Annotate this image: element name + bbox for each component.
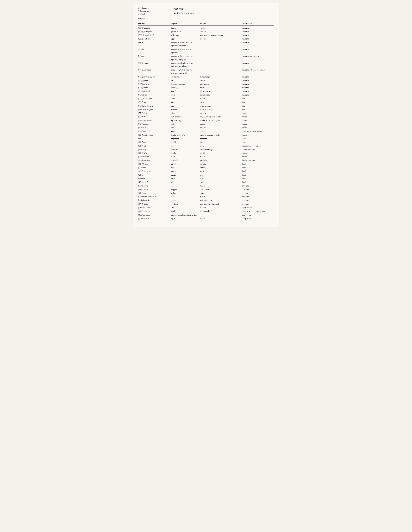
- header-title: Kicheche: [174, 7, 194, 11]
- table-row: (81) tupafoampovuhouse ea wanenaki narji…: [138, 129, 274, 133]
- cell-swahili: chupa: [200, 122, 242, 125]
- col-english: English: [170, 22, 200, 25]
- cell-english: leg, foot: [170, 217, 200, 220]
- header-hadzal-label: Hadzal: [138, 17, 170, 20]
- cell-semantic: mammal: [242, 86, 268, 89]
- cell-semantic: creature: [242, 191, 268, 195]
- cell-swahili: punda milia: [200, 93, 242, 96]
- cell-swahili: chatu: [200, 191, 242, 195]
- cell-semantic: house ea wanenaki narjine: [242, 130, 268, 133]
- cell-semantic: mammal: [242, 75, 268, 78]
- cell-swahili: mtoto: [200, 97, 242, 100]
- cell-hadzal: (85) mako: [138, 148, 170, 151]
- cell-swahili: twiga: [200, 26, 242, 29]
- cell-english: meat: [170, 177, 200, 180]
- cell-semantic: kin: [242, 104, 268, 107]
- cell-english: rat: [170, 79, 200, 82]
- cell-hadzal: (98) ukh wako: [138, 206, 170, 209]
- cell-swahili: baba: [200, 101, 242, 104]
- cell-semantic: body lower: [242, 206, 268, 209]
- cell-hadzal: ts'anka: [138, 48, 170, 51]
- word-table: (59) ts'amateugiraffetwigamammal(1(60)) …: [138, 26, 274, 220]
- cell-english: hedgehog: [170, 33, 200, 37]
- cell-english: snake: [170, 195, 200, 198]
- cell-semantic: creature: [242, 188, 268, 191]
- cell-annotation: Sp. Kicheche: [249, 55, 259, 57]
- cell-semantic: mammal (German Kruesbost): [242, 68, 268, 71]
- cell-semantic: house: [242, 152, 268, 155]
- table-row: (75) hots'oashesmajivuhouse: [138, 111, 274, 115]
- table-row: ((63)) watf'omongoose, slender aina ya n…: [138, 61, 274, 68]
- cell-hadzal: ((67)) laila-ke: [138, 83, 170, 86]
- table-row: ((67)) laila-keThompson's gazeaina ya pa…: [138, 82, 274, 86]
- cell-semantic: creature: [242, 202, 268, 206]
- cell-hadzal: (78) ndzoph a: [138, 123, 170, 125]
- cell-annotation: pot of clay: [247, 149, 255, 151]
- cell-swahili: aina ya nungunungu mdogo: [200, 33, 242, 37]
- table-row: (96) fihato, ihia yotupisnakenyokacreatu…: [138, 195, 274, 199]
- cell-semantic: mammal: [242, 93, 268, 96]
- cell-swahili: mkuki: [200, 155, 242, 158]
- cell-semantic: house pot of clay: [242, 148, 268, 151]
- table-row: (78) ndzoph abottlechupahouse: [138, 122, 274, 126]
- table-row: hats'ehungernjaafood: [138, 173, 274, 177]
- cell-semantic: food: [242, 166, 268, 169]
- cell-english: food: [170, 166, 200, 169]
- cell-english: eggshell: [170, 159, 200, 162]
- cell-hadzal: kainga: [138, 55, 170, 58]
- cell-hadzal: (75) hots'o: [138, 112, 170, 115]
- table-row: (94) tf'ahi pimaggotfunza, buucreature: [138, 188, 274, 191]
- cell-swahili: moshi: [200, 152, 242, 155]
- cell-hadzal: (99) pantakufe: [138, 210, 170, 213]
- cell-english: porcupine: [170, 75, 200, 78]
- cell-semantic: house: [242, 133, 268, 137]
- cell-english: warthog: [170, 86, 200, 89]
- table-row: (83) logoshieldngauhouse: [138, 140, 274, 144]
- cell-hadzal: (88) k'wa?u-ko: [138, 159, 170, 162]
- cell-english: shield: [170, 141, 200, 144]
- table-row: ((71)) olana [eld]childmtotokin: [138, 97, 274, 100]
- cell-semantic: mammal: [242, 79, 268, 82]
- table-row: (97) !!'andasp. lizardaina ya mjusi Agat…: [138, 202, 274, 206]
- cell-swahili: mbwa mwitu: [200, 90, 242, 93]
- page: { "header": { "left_notes": [ "(57) Kanh…: [133, 3, 279, 227]
- table-row: (101) apukwaleg, footmguubody lower: [138, 217, 274, 220]
- cell-swahili: tandala: [200, 30, 242, 33]
- cell-semantic: mammal: [242, 82, 268, 86]
- cell-swahili: aina ya paa: [200, 82, 242, 86]
- cell-swahili: upinde: [200, 126, 242, 129]
- cell-semantic: kin: [242, 101, 268, 104]
- cell-hadzal: (82) laqlatse tjeya: [138, 133, 170, 137]
- cell-english: python: [170, 191, 200, 195]
- table-row: (99) pantakufehandmkono palm &body lower…: [138, 209, 274, 213]
- table-row: (100) guruqgurikneecap or ankle miupawa …: [138, 213, 274, 217]
- table-row: (91) ba?ara-kohoneyasalifood: [138, 170, 274, 173]
- table-row: (84) kwatlashoekiatuhouse Bucurea ya udo…: [138, 144, 274, 148]
- cell-hadzal: hugl'ul'ume-ko: [138, 199, 170, 202]
- cell-swahili: ngiri: [200, 86, 242, 89]
- cell-hadzal: (91) ba?ara-ko: [138, 170, 170, 173]
- cell-semantic: house: [242, 122, 268, 125]
- cell-english: sp. ant: [170, 199, 200, 202]
- cell-semantic: creature: [242, 184, 268, 188]
- table-row: (95) tanopythonchatucreature: [138, 191, 274, 195]
- table-row: (89) hits'apefat; oilmafutafood: [138, 162, 274, 166]
- cell-english: zebra: [170, 93, 200, 96]
- table-row: (85) makosmall potchombo kidogohouse pot…: [138, 148, 274, 151]
- cell-hadzal: (81) tupa: [138, 130, 170, 133]
- cell-swahili: funza, buu: [200, 188, 242, 191]
- cell-semantic: food: [242, 170, 268, 173]
- table-row: (90) semefoodchakulafood: [138, 166, 274, 170]
- cell-hadzal: (94) tf'ahi pi: [138, 188, 170, 191]
- cell-hadzal: (t(62)) wets'ai: [138, 37, 170, 40]
- table-row: (98) ukh wakoarmmkonobody lower: [138, 206, 274, 209]
- cell-semantic: house: [242, 155, 268, 158]
- cell-semantic: body lower: [242, 213, 268, 217]
- cell-semantic: mammal: [242, 30, 268, 33]
- cell-semantic: kin: [242, 97, 268, 100]
- cell-hadzal: hako: [138, 137, 170, 140]
- table-row: hakohut, housenyumbahouse: [138, 137, 274, 140]
- table-row: (?(61)) ?unda?undahedgehogaina ya nungun…: [138, 33, 274, 37]
- table-row: (t(62)) wets'aihippokibokomammal: [138, 37, 274, 41]
- cell-hadzal: (93) awawa: [138, 184, 170, 188]
